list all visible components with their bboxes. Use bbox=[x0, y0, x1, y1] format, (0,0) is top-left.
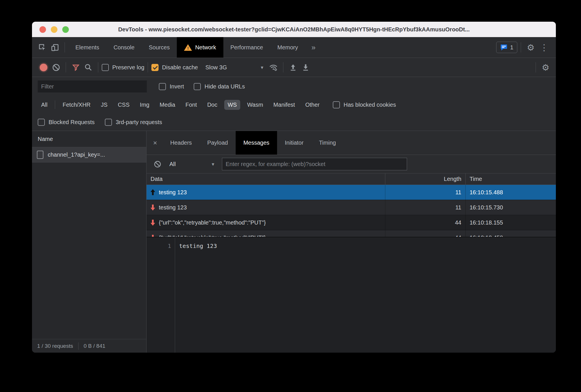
message-row[interactable]: testing 123 11 16:10:15.488 bbox=[147, 185, 556, 200]
blocked-requests-checkbox[interactable] bbox=[38, 119, 45, 126]
throttling-select[interactable]: Slow 3G ▼ bbox=[205, 64, 264, 71]
toolbar-divider bbox=[148, 62, 148, 72]
toolbar-divider bbox=[521, 42, 521, 52]
main-panel-tab[interactable]: Console bbox=[106, 37, 141, 58]
issues-badge[interactable]: 1 bbox=[496, 42, 517, 53]
toolbar-divider bbox=[65, 42, 65, 52]
device-toolbar-icon[interactable] bbox=[49, 41, 61, 54]
preserve-log-label: Preserve log bbox=[112, 64, 144, 71]
search-icon[interactable] bbox=[82, 61, 95, 74]
network-settings-gear-icon[interactable]: ⚙ bbox=[539, 61, 552, 74]
record-icon[interactable] bbox=[37, 61, 50, 74]
type-filter-chip[interactable]: CSS bbox=[114, 100, 133, 110]
type-filter-chip[interactable]: Wasm bbox=[244, 100, 267, 110]
type-filter-label: JS bbox=[101, 102, 107, 108]
type-filter-label: Wasm bbox=[247, 102, 263, 108]
screenshot-stage: DevTools - www.piesocket.com/websocket-t… bbox=[0, 0, 581, 392]
message-preview-content[interactable]: testing 123 bbox=[175, 237, 217, 353]
main-panel-tab[interactable]: Elements bbox=[68, 37, 106, 58]
filter-icon[interactable] bbox=[69, 61, 82, 74]
zoom-window-button[interactable] bbox=[62, 26, 69, 33]
column-header-data[interactable]: Data bbox=[147, 173, 385, 185]
transferred-size: 0 B / 841 bbox=[79, 343, 111, 349]
message-time: 16:10:18.155 bbox=[466, 215, 556, 230]
main-toolbar: Elements Console Sources Network bbox=[32, 37, 556, 58]
requests-panel: Name channel_1?api_key=... 1 / 30 reques… bbox=[32, 131, 147, 353]
main-panel-tab[interactable]: Sources bbox=[142, 37, 177, 58]
close-icon[interactable]: × bbox=[148, 139, 163, 147]
request-row[interactable]: channel_1?api_key=... bbox=[32, 147, 146, 163]
message-row[interactable]: testing 123 11 16:10:15.730 bbox=[147, 200, 556, 215]
import-har-icon[interactable] bbox=[287, 61, 299, 74]
message-row[interactable]: {"url":"ok","retryable":true,"method":"P… bbox=[147, 215, 556, 230]
clear-icon[interactable] bbox=[50, 61, 62, 74]
request-detail-panel: × Headers Payload Messages bbox=[147, 131, 556, 353]
type-filter-chip[interactable]: Media bbox=[156, 100, 179, 110]
message-type-select[interactable]: All ▼ bbox=[167, 161, 218, 167]
more-tabs-icon[interactable]: » bbox=[305, 43, 322, 52]
type-filter-label: Other bbox=[305, 102, 320, 108]
export-har-icon[interactable] bbox=[299, 61, 312, 74]
message-length: 11 bbox=[385, 200, 466, 215]
main-panel-tab[interactable]: Performance bbox=[223, 37, 271, 58]
column-header-length[interactable]: Length bbox=[385, 173, 466, 185]
has-blocked-cookies-checkbox[interactable] bbox=[333, 101, 340, 108]
network-conditions-icon[interactable] bbox=[267, 61, 280, 74]
hide-data-urls-checkbox[interactable] bbox=[194, 83, 201, 90]
type-filter-chip[interactable]: JS bbox=[97, 100, 111, 110]
detail-tab[interactable]: Messages bbox=[236, 131, 277, 155]
close-window-button[interactable] bbox=[39, 26, 46, 33]
message-row[interactable]: {"url":"ok","retryable":true,"method":"P… bbox=[147, 230, 556, 237]
type-filter-label: Doc bbox=[207, 102, 217, 108]
main-panel-tab[interactable]: Network bbox=[177, 37, 223, 58]
disable-cache-checkbox[interactable] bbox=[151, 64, 159, 71]
type-filter-label: Font bbox=[185, 102, 197, 108]
message-time: 16:10:18.458 bbox=[466, 230, 556, 237]
websocket-request-icon bbox=[37, 151, 43, 159]
type-filter-chip[interactable]: Font bbox=[182, 100, 200, 110]
type-filter-chip[interactable]: Doc bbox=[204, 100, 221, 110]
toolbar-divider bbox=[536, 62, 536, 72]
resource-type-filters: All Fetch/XHR JS CSS Img Me bbox=[32, 96, 556, 114]
hide-data-urls-label: Hide data URLs bbox=[205, 83, 245, 90]
third-party-requests-checkbox[interactable] bbox=[105, 119, 112, 126]
message-regex-input[interactable] bbox=[222, 158, 407, 170]
main-panel-tab-label: Performance bbox=[231, 44, 263, 51]
detail-tab-label: Timing bbox=[319, 140, 336, 146]
main-panel-tab-label: Network bbox=[195, 44, 216, 51]
main-panel-tab[interactable]: Memory bbox=[270, 37, 305, 58]
chevron-down-icon: ▼ bbox=[260, 65, 264, 70]
requests-name-header[interactable]: Name bbox=[32, 131, 146, 147]
clear-messages-icon[interactable] bbox=[151, 158, 164, 170]
column-header-time[interactable]: Time bbox=[466, 173, 556, 185]
minimize-window-button[interactable] bbox=[51, 26, 57, 33]
type-filter-chip[interactable]: Manifest bbox=[270, 100, 298, 110]
warning-icon bbox=[184, 44, 192, 51]
requests-count: 1 / 30 requests bbox=[32, 343, 78, 349]
throttling-value: Slow 3G bbox=[205, 64, 227, 71]
message-data: testing 123 bbox=[159, 189, 187, 196]
kebab-menu-icon[interactable]: ⋮ bbox=[537, 43, 551, 52]
settings-gear-icon[interactable]: ⚙ bbox=[524, 41, 537, 54]
message-direction-icon bbox=[151, 235, 155, 237]
detail-tab[interactable]: Initiator bbox=[277, 131, 311, 155]
detail-tab[interactable]: Payload bbox=[200, 131, 236, 155]
preserve-log-checkbox[interactable] bbox=[102, 64, 109, 71]
main-panel-tab-label: Sources bbox=[149, 44, 170, 51]
detail-tab[interactable]: Headers bbox=[163, 131, 200, 155]
type-filter-all[interactable]: All bbox=[38, 100, 51, 110]
message-direction-icon bbox=[151, 189, 155, 195]
filter-input[interactable] bbox=[38, 80, 147, 92]
type-filter-chip[interactable]: WS bbox=[224, 100, 240, 110]
invert-checkbox[interactable] bbox=[159, 83, 166, 90]
type-filter-label: WS bbox=[228, 102, 237, 108]
type-filter-chip[interactable]: Other bbox=[302, 100, 323, 110]
request-name: channel_1?api_key=... bbox=[48, 151, 105, 158]
type-filter-chip[interactable]: Img bbox=[137, 100, 153, 110]
has-blocked-cookies-label: Has blocked cookies bbox=[344, 102, 396, 108]
detail-tab[interactable]: Timing bbox=[311, 131, 344, 155]
type-filter-chip[interactable]: Fetch/XHR bbox=[59, 100, 94, 110]
main-panel-tab-label: Console bbox=[113, 44, 134, 51]
messages-toolbar: All ▼ bbox=[147, 155, 556, 173]
inspect-element-icon[interactable] bbox=[36, 41, 49, 54]
